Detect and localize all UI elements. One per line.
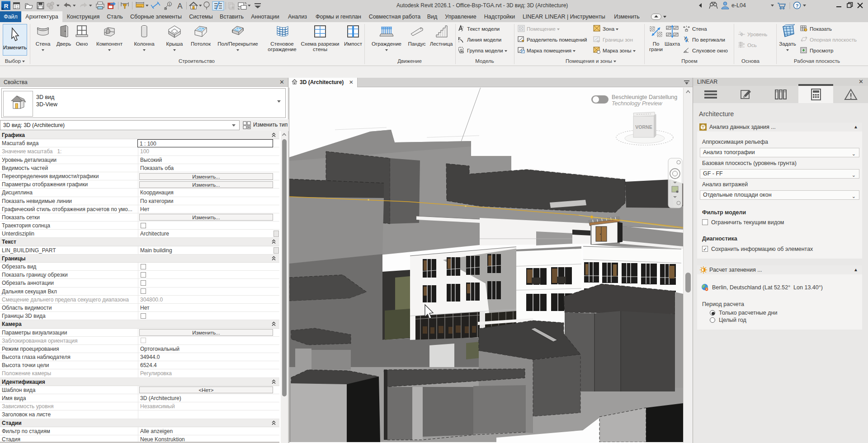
svg-text:-1: -1 xyxy=(739,31,741,33)
svg-text:R: R xyxy=(4,3,9,9)
svg-text:A: A xyxy=(177,2,183,10)
svg-text:1: 1 xyxy=(169,2,171,6)
svg-text:Beschleunigte Darstellung: Beschleunigte Darstellung xyxy=(612,94,677,100)
svg-text:Technology Preview: Technology Preview xyxy=(612,100,662,107)
svg-text:?: ? xyxy=(796,3,799,9)
svg-text:e-L04: e-L04 xyxy=(731,2,746,9)
svg-text:VORNE: VORNE xyxy=(635,124,652,130)
